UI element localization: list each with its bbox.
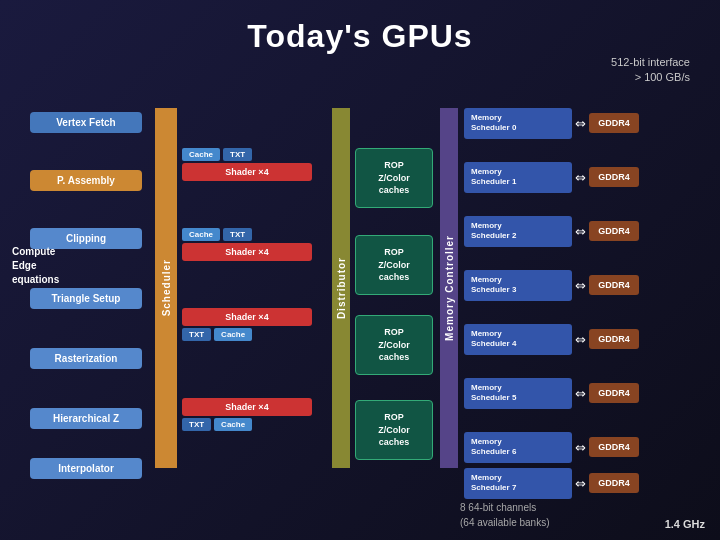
txt-box-1: TXT bbox=[223, 148, 252, 161]
distributor-label: Distributor bbox=[336, 257, 347, 319]
arrow-icon-1: ⇔ bbox=[575, 170, 586, 185]
mem-sched-item-5: MemoryScheduler 5 ⇔ GDDR4 bbox=[464, 378, 639, 409]
shader-box-1: Shader ×4 bbox=[182, 163, 312, 181]
txt-box-2: TXT bbox=[223, 228, 252, 241]
gddr4-box-7: GDDR4 bbox=[589, 473, 639, 493]
rop-block-1: ROPZ/Colorcaches bbox=[355, 148, 433, 208]
shader-box-2: Shader ×4 bbox=[182, 243, 312, 261]
mem-sched-box-4: MemoryScheduler 4 bbox=[464, 324, 572, 355]
arrow-icon-6: ⇔ bbox=[575, 440, 586, 455]
stage-interpolator: Interpolator bbox=[30, 458, 142, 479]
memory-controller-bar: Memory Controller bbox=[440, 108, 458, 468]
mem-sched-item-7: MemoryScheduler 7 ⇔ GDDR4 bbox=[464, 468, 639, 499]
mem-sched-item-4: MemoryScheduler 4 ⇔ GDDR4 bbox=[464, 324, 639, 355]
gddr4-box-3: GDDR4 bbox=[589, 275, 639, 295]
cache-box-1: Cache bbox=[182, 148, 220, 161]
gddr4-box-0: GDDR4 bbox=[589, 113, 639, 133]
shader-box-4: Shader ×4 bbox=[182, 398, 312, 416]
cache-box-4: Cache bbox=[214, 418, 252, 431]
txt-box-3: TXT bbox=[182, 328, 211, 341]
arrow-icon-5: ⇔ bbox=[575, 386, 586, 401]
mem-sched-box-5: MemoryScheduler 5 bbox=[464, 378, 572, 409]
arrow-icon-2: ⇔ bbox=[575, 224, 586, 239]
shader-box-3: Shader ×4 bbox=[182, 308, 312, 326]
gddr4-box-4: GDDR4 bbox=[589, 329, 639, 349]
subtitle: 512-bit interface > 100 GB/s bbox=[611, 55, 690, 86]
stage-hierarchical-z: Hierarchical Z bbox=[30, 408, 142, 429]
page-title: Today's GPUs bbox=[0, 18, 720, 55]
shader-group-3: Shader ×4 TXT Cache bbox=[182, 308, 312, 341]
gddr4-box-2: GDDR4 bbox=[589, 221, 639, 241]
bottom-info: 8 64-bit channels (64 available banks) bbox=[460, 500, 550, 530]
arrow-icon-0: ⇔ bbox=[575, 116, 586, 131]
arrow-icon-4: ⇔ bbox=[575, 332, 586, 347]
compute-edge-label: ComputeEdgeequations bbox=[12, 245, 59, 287]
gddr4-box-6: GDDR4 bbox=[589, 437, 639, 457]
memory-controller-label: Memory Controller bbox=[444, 235, 455, 341]
scheduler-label: Scheduler bbox=[161, 259, 172, 316]
rop-block-3: ROPZ/Colorcaches bbox=[355, 315, 433, 375]
mem-sched-box-6: MemoryScheduler 6 bbox=[464, 432, 572, 463]
mem-sched-box-1: MemoryScheduler 1 bbox=[464, 162, 572, 193]
stage-vertex-fetch: Vertex Fetch bbox=[30, 112, 142, 133]
rop-block-2: ROPZ/Colorcaches bbox=[355, 235, 433, 295]
frequency-label: 1.4 GHz bbox=[665, 518, 705, 530]
cache-box-2: Cache bbox=[182, 228, 220, 241]
scheduler-bar: Scheduler bbox=[155, 108, 177, 468]
shader-group-2: Cache TXT Shader ×4 bbox=[182, 228, 312, 261]
arrow-icon-3: ⇔ bbox=[575, 278, 586, 293]
mem-sched-item-2: MemoryScheduler 2 ⇔ GDDR4 bbox=[464, 216, 639, 247]
gddr4-box-5: GDDR4 bbox=[589, 383, 639, 403]
rop-block-4: ROPZ/Colorcaches bbox=[355, 400, 433, 460]
shader-group-4: Shader ×4 TXT Cache bbox=[182, 398, 312, 431]
mem-sched-box-3: MemoryScheduler 3 bbox=[464, 270, 572, 301]
stage-assembly: P. Assembly bbox=[30, 170, 142, 191]
mem-sched-item-1: MemoryScheduler 1 ⇔ GDDR4 bbox=[464, 162, 639, 193]
stage-rasterization: Rasterization bbox=[30, 348, 142, 369]
cache-box-3: Cache bbox=[214, 328, 252, 341]
arrow-icon-7: ⇔ bbox=[575, 476, 586, 491]
stage-triangle-setup: Triangle Setup bbox=[30, 288, 142, 309]
mem-sched-item-3: MemoryScheduler 3 ⇔ GDDR4 bbox=[464, 270, 639, 301]
shader-group-1: Cache TXT Shader ×4 bbox=[182, 148, 312, 181]
mem-sched-item-0: MemoryScheduler 0 ⇔ GDDR4 bbox=[464, 108, 639, 139]
mem-sched-item-6: MemoryScheduler 6 ⇔ GDDR4 bbox=[464, 432, 639, 463]
mem-sched-box-0: MemoryScheduler 0 bbox=[464, 108, 572, 139]
distributor-bar: Distributor bbox=[332, 108, 350, 468]
mem-sched-box-7: MemoryScheduler 7 bbox=[464, 468, 572, 499]
txt-box-4: TXT bbox=[182, 418, 211, 431]
gddr4-box-1: GDDR4 bbox=[589, 167, 639, 187]
mem-sched-box-2: MemoryScheduler 2 bbox=[464, 216, 572, 247]
